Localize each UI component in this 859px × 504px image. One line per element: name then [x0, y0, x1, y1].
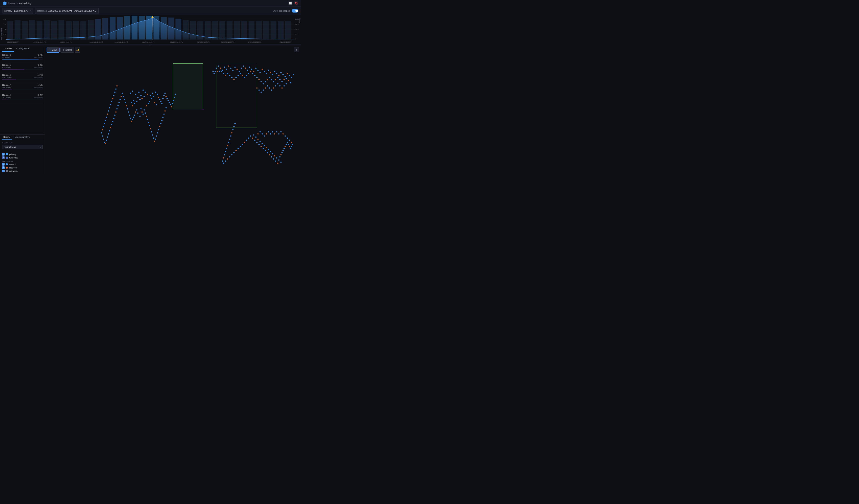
cluster-points: 524 points [2, 66, 11, 69]
svg-point-127 [126, 105, 127, 106]
svg-point-160 [110, 104, 111, 105]
svg-point-161 [111, 101, 112, 102]
svg-point-331 [231, 132, 232, 134]
night-mode-button[interactable]: 🌙 [75, 47, 80, 52]
unknown-color [6, 170, 8, 172]
svg-point-195 [228, 65, 229, 67]
cluster-item[interactable]: Cluster 0 -0.12 767 points Cluster Drift [0, 92, 45, 102]
cluster-item[interactable]: Cluster 3 0.13 524 points Cluster Drift [0, 62, 45, 72]
svg-point-324 [224, 154, 225, 155]
move-icon: ⊹ [49, 49, 51, 51]
correct-checkbox[interactable]: ✓ [2, 163, 4, 166]
svg-point-330 [230, 136, 231, 137]
svg-point-196 [230, 68, 231, 69]
svg-point-187 [115, 89, 117, 90]
svg-point-263 [286, 78, 287, 79]
unknown-checkbox[interactable]: ✓ [2, 170, 4, 172]
svg-point-219 [278, 75, 280, 76]
svg-point-316 [233, 152, 235, 153]
primary-legend-label: primary [9, 153, 16, 155]
svg-rect-37 [241, 21, 247, 40]
svg-point-82 [145, 92, 146, 93]
reference-selector: reference 7/18/2022 11:59:28 AM - 8/1/20… [35, 8, 99, 14]
reference-color [6, 157, 8, 159]
chevron-down-icon: ▾ [30, 10, 31, 12]
tab-clusters[interactable]: Clusters [2, 46, 14, 52]
svg-text:8/7/2022 12:00 PM: 8/7/2022 12:00 PM [33, 41, 46, 43]
legend-item-unknown: ✓ unknown [2, 169, 43, 173]
timeseries-toggle[interactable] [292, 9, 298, 13]
svg-point-136 [116, 108, 118, 110]
primary-time-selector[interactable]: primary Last Month Last Week Last Day ▾ [2, 8, 33, 14]
cluster-name: Cluster 2 [2, 74, 11, 76]
svg-point-328 [228, 142, 229, 143]
svg-text:8/5/2022 12:00 PM: 8/5/2022 12:00 PM [7, 41, 19, 43]
svg-rect-33 [212, 21, 218, 40]
svg-point-81 [144, 96, 145, 97]
github-icon-btn[interactable]: ⭕ [294, 1, 298, 5]
svg-point-159 [109, 107, 110, 109]
time-range-select[interactable]: Last Month Last Week Last Day [13, 10, 29, 12]
cluster-item[interactable]: Cluster 1 0.45 33 points Cluster Drift [0, 52, 45, 62]
svg-point-91 [155, 92, 156, 93]
svg-point-254 [227, 73, 228, 74]
svg-point-198 [235, 66, 236, 68]
svg-point-308 [250, 136, 251, 137]
cluster-name: Cluster 0 [2, 94, 11, 96]
svg-point-126 [127, 108, 128, 110]
svg-text:0: 0 [295, 39, 296, 40]
info-button[interactable]: ℹ [294, 47, 299, 52]
svg-point-137 [115, 111, 117, 113]
svg-point-319 [227, 158, 228, 160]
svg-point-111 [175, 94, 176, 95]
svg-point-166 [146, 116, 147, 117]
tab-hyperparameters[interactable]: Hyperparameters [12, 135, 31, 140]
svg-point-260 [214, 71, 216, 72]
monitor-icon-btn[interactable]: ⬜ [288, 1, 292, 5]
svg-point-78 [132, 105, 133, 106]
svg-point-68 [132, 91, 133, 92]
incorrect-checkbox[interactable]: ✓ [2, 166, 4, 169]
nav-home[interactable]: Home [9, 2, 15, 5]
cluster-item[interactable]: Cluster 4 -0.078 486 points Cluster Drif… [0, 82, 45, 92]
svg-point-357 [287, 142, 288, 143]
move-button[interactable]: ⊹ Move [47, 47, 60, 52]
svg-point-344 [276, 131, 277, 133]
svg-point-110 [174, 97, 175, 98]
svg-point-346 [280, 131, 282, 133]
svg-point-101 [164, 93, 166, 94]
svg-point-261 [213, 73, 215, 74]
svg-point-216 [272, 74, 273, 75]
select-button[interactable]: ⊹ Select [60, 47, 74, 52]
svg-point-134 [118, 102, 120, 103]
svg-point-303 [260, 146, 262, 147]
svg-point-348 [285, 136, 286, 137]
svg-point-265 [290, 82, 291, 83]
tab-configuration[interactable]: Configuration [14, 46, 32, 52]
show-timeseries-control: Show Timeseries [272, 9, 298, 13]
svg-point-307 [252, 138, 253, 139]
svg-point-310 [246, 140, 247, 141]
svg-point-71 [140, 95, 142, 96]
svg-point-97 [154, 102, 155, 103]
cluster-item[interactable]: Cluster 2 0.043 1181 points Cluster Drif… [0, 72, 45, 82]
svg-text:8/24/2022 12:00 PM: 8/24/2022 12:00 PM [197, 41, 210, 43]
svg-text:0: 0 [5, 39, 6, 40]
svg-point-67 [130, 93, 131, 94]
svg-point-164 [144, 109, 145, 111]
svg-point-218 [276, 73, 277, 74]
svg-point-132 [121, 96, 122, 97]
svg-point-315 [236, 150, 237, 151]
svg-point-113 [141, 111, 143, 113]
y-axis-right-label: Count [299, 18, 300, 39]
tab-display[interactable]: Display [2, 135, 12, 140]
svg-point-340 [268, 131, 269, 133]
svg-point-300 [267, 152, 268, 153]
color-by-select[interactable]: correctness prediction label [2, 145, 43, 149]
cluster-drift-value: -0.078 [36, 84, 43, 86]
scatter-plot[interactable] [45, 46, 301, 174]
primary-checkbox[interactable]: ✓ [2, 153, 4, 155]
svg-point-92 [157, 94, 159, 95]
svg-point-227 [284, 79, 285, 80]
reference-checkbox[interactable]: ✓ [2, 156, 4, 159]
